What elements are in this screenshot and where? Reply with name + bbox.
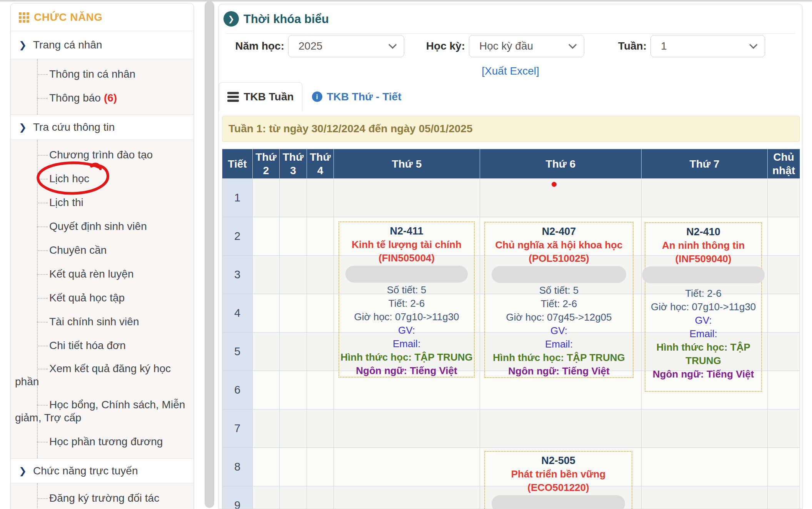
- sidebar-item-lich-thi[interactable]: Lịch thi: [11, 191, 193, 215]
- period-number: 8: [222, 448, 253, 486]
- grid-menu-icon: [19, 12, 30, 23]
- redacted-teacher-name: [492, 495, 625, 509]
- email-link[interactable]: Email:: [689, 327, 717, 341]
- redacted-teacher-name: [642, 266, 765, 283]
- timetable-cell: [334, 409, 480, 448]
- window-edge: [0, 0, 812, 2]
- room-label: N2-410: [686, 225, 720, 239]
- sidebar-section-chuc-nang-truc-tuyen[interactable]: ❯ Chức năng trực tuyến: [11, 459, 193, 483]
- col-header-thu7: Thứ 7: [642, 149, 768, 179]
- timetable-cell: [253, 486, 280, 509]
- timetable-cell: [768, 409, 800, 448]
- email-link[interactable]: Email:: [393, 337, 420, 351]
- hoc-ky-select[interactable]: Học kỳ đầu: [469, 35, 584, 57]
- sidebar-section-tra-cuu-thong-tin[interactable]: ❯ Tra cứu thông tin: [11, 115, 193, 140]
- sidebar-item-chuyen-can[interactable]: Chuyên cần: [11, 238, 193, 262]
- sidebar: CHỨC NĂNG ❯ Trang cá nhân Thông tin cá n…: [10, 3, 194, 509]
- chevron-right-icon: ❯: [19, 122, 27, 133]
- gv-link[interactable]: GV:: [695, 314, 712, 327]
- period-number: 6: [222, 371, 253, 409]
- subject-name: Kinh tế lượng tài chính: [352, 238, 462, 251]
- tuan-select[interactable]: 1: [650, 35, 765, 57]
- chevron-down-icon: [749, 41, 757, 49]
- timetable-cell: [307, 179, 334, 217]
- timetable-cell: [642, 448, 768, 486]
- redacted-teacher-name: [345, 266, 468, 283]
- subject-name: Chủ nghĩa xã hội khoa học: [495, 238, 623, 252]
- sidebar-item-quyet-dinh-sinh-vien[interactable]: Quyết định sinh viên: [11, 215, 193, 238]
- sidebar-item-thong-tin-ca-nhan[interactable]: Thông tin cá nhân: [11, 62, 193, 86]
- period-number: 7: [222, 409, 253, 448]
- col-header-thu4: Thứ 4: [307, 149, 334, 179]
- week-range-banner: Tuần 1: từ ngày 30/12/2024 đến ngày 05/0…: [222, 116, 800, 142]
- room-label: N2-505: [541, 454, 575, 467]
- sidebar-item-hoc-bong-chinh-sach[interactable]: Học bổng, Chính sách, Miễn giảm, Trợ cấp: [11, 394, 193, 430]
- period-number: 4: [222, 294, 253, 333]
- timetable-cell: [253, 179, 280, 217]
- timetable-cell: [334, 486, 480, 509]
- tab-tkb-tuan[interactable]: TKB Tuần: [219, 82, 302, 111]
- timetable-cell: [768, 217, 800, 256]
- timetable-cell: [307, 371, 334, 409]
- timetable-cell: [768, 333, 800, 371]
- sidebar-item-chuong-trinh-dao-tao[interactable]: Chương trình đào tạo: [11, 143, 193, 167]
- timetable-cell: [280, 179, 307, 217]
- timetable-cell: [253, 448, 280, 486]
- sidebar-section-trang-ca-nhan[interactable]: ❯ Trang cá nhân: [11, 31, 193, 59]
- tab-tkb-thu-tiet[interactable]: i TKB Thứ - Tiết: [302, 82, 411, 111]
- sidebar-title: CHỨC NĂNG: [34, 3, 103, 31]
- nam-hoc-select[interactable]: 2025: [288, 35, 404, 57]
- sidebar-item-hoc-phan-tuong-duong[interactable]: Học phần tương đương: [11, 430, 193, 454]
- sidebar-item-ket-qua-ren-luyen[interactable]: Kết quả rèn luyện: [11, 262, 193, 286]
- timetable-cell: [280, 486, 307, 509]
- sidebar-item-dang-ky-truong-doi-tac[interactable]: Đăng ký trường đối tác: [11, 486, 193, 509]
- list-bars-icon: [227, 92, 239, 102]
- chevron-down-icon: [569, 41, 577, 49]
- sidebar-item-ket-qua-hoc-tap[interactable]: Kết quả học tập: [11, 286, 193, 310]
- period-number: 5: [222, 333, 253, 371]
- timetable-cell: [480, 409, 642, 448]
- timetable-cell: [307, 256, 334, 294]
- period-row: 7: [222, 409, 800, 448]
- period-row: 1: [222, 179, 800, 217]
- period-number: 2: [222, 217, 253, 256]
- timetable-cell: [280, 256, 307, 294]
- timetable-cell: [768, 294, 800, 333]
- sidebar-item-chi-tiet-hoa-don[interactable]: Chi tiết hóa đơn: [11, 334, 193, 358]
- sidebar-item-thong-bao[interactable]: Thông báo(6): [11, 86, 193, 110]
- col-header-thu6: Thứ 6: [480, 149, 642, 179]
- class-card-pol510025: N2-407 Chủ nghĩa xã hội khoa học (POL510…: [484, 222, 634, 378]
- info-circle-icon: i: [312, 91, 322, 102]
- timetable-cell: [768, 256, 800, 294]
- chevron-right-icon: ❯: [19, 40, 27, 50]
- room-label: N2-407: [542, 225, 576, 238]
- sidebar-item-lich-hoc[interactable]: Lịch học: [11, 167, 193, 191]
- export-excel-link[interactable]: [Xuất Excel]: [219, 65, 802, 77]
- timetable-cell: [768, 448, 800, 486]
- timetable-header-row: Tiết Thứ 2 Thứ 3 Thứ 4 Thứ 5 Thứ 6 Thứ 7…: [222, 149, 800, 179]
- timetable-cell: [253, 256, 280, 294]
- divider: [226, 33, 795, 34]
- sidebar-header: CHỨC NĂNG: [11, 3, 193, 31]
- timetable-cell: [253, 371, 280, 409]
- timetable-cell: [280, 448, 307, 486]
- email-link[interactable]: Email:: [545, 338, 573, 351]
- col-header-thu2: Thứ 2: [253, 149, 280, 179]
- sidebar-item-tai-chinh-sinh-vien[interactable]: Tài chính sinh viên: [11, 310, 193, 334]
- red-dot-annotation: [552, 182, 557, 187]
- gv-link[interactable]: GV:: [550, 324, 567, 338]
- gv-link[interactable]: GV:: [398, 324, 415, 337]
- timetable-cell: [307, 217, 334, 256]
- sidebar-item-xem-ket-qua-dang-ky-hoc-phan[interactable]: Xem kết quả đăng ký học phần: [11, 358, 193, 394]
- subject-code: (POL510025): [529, 252, 589, 265]
- vertical-scrollbar[interactable]: [205, 1, 214, 508]
- col-header-chu-nhat: Chủ nhật: [768, 149, 800, 179]
- timetable-cell: [280, 217, 307, 256]
- class-card-inf509040: N2-410 An ninh thông tin (INF509040) Số …: [645, 222, 762, 392]
- page: CHỨC NĂNG ❯ Trang cá nhân Thông tin cá n…: [0, 0, 812, 509]
- timetable-cell: [768, 179, 800, 217]
- notification-count-badge: (6): [104, 92, 117, 104]
- class-card-fin505004: N2-411 Kinh tế lượng tài chính (FIN50500…: [338, 221, 475, 378]
- timetable-cell: [253, 294, 280, 333]
- subject-code: (INF509040): [675, 252, 732, 266]
